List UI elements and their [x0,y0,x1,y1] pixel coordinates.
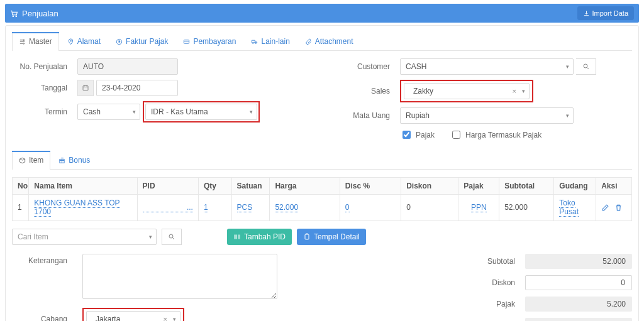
termin-select[interactable]: Cash ▾ [77,104,140,120]
title-bar: Penjualan Import Data [5,4,639,23]
tab-attachment[interactable]: Attachment [298,32,360,50]
chevron-down-icon: ▾ [250,109,253,115]
tab-faktur-pajak-label: Faktur Pajak [126,37,168,46]
table-row: 1 KHONG GUAN ASS TOP 1700 ... 1 PCS 52.0… [13,195,632,221]
paperclip-icon [305,38,312,45]
customer-search-button[interactable] [576,58,596,75]
tab-item-label: Item [29,156,43,165]
total-value: 57.200 [525,318,632,321]
tab-master-label: Master [29,37,52,46]
tab-lain-lain[interactable]: Lain-lain [244,32,296,50]
item-qty-link[interactable]: 1 [204,203,208,212]
keterangan-textarea[interactable] [82,254,277,299]
item-harga-link[interactable]: 52.000 [275,203,298,212]
barcode-icon [233,233,241,241]
pajak-checkbox[interactable]: Pajak [400,129,435,141]
tab-alamat-label: Alamat [77,37,101,46]
kas-select[interactable]: IDR - Kas Utama ▾ [145,104,257,120]
money-icon [116,38,123,45]
cabang-select[interactable]: Jakarta × ▾ [86,311,180,321]
import-data-button[interactable]: Import Data [577,6,634,20]
page-title: Penjualan [22,9,58,18]
pin-icon [67,38,74,45]
truck-icon [251,38,258,45]
download-icon [583,10,590,17]
tanggal-field[interactable]: 23-04-2020 [96,80,178,96]
clear-sales-button[interactable]: × [513,87,516,95]
chevron-down-icon: ▾ [133,109,136,115]
item-pid-link[interactable]: ... [143,203,193,212]
label-keterangan: Keterangan [12,254,75,299]
items-table: No Nama Item PID Qty Satuan Harga Disc %… [12,177,632,221]
delete-row-button[interactable] [614,204,623,212]
svg-point-3 [23,43,25,44]
item-disc-link[interactable]: 0 [345,203,350,212]
chevron-down-icon: ▾ [149,234,152,240]
tab-lain-lain-label: Lain-lain [261,37,289,46]
svg-point-10 [584,64,587,68]
customer-select[interactable]: CASH ▾ [400,58,574,75]
item-pajak-link[interactable]: PPN [471,203,487,212]
chevron-down-icon: ▾ [522,88,525,94]
label-subtotal: Subtotal [469,257,525,266]
calendar-button[interactable] [77,80,94,96]
gift-icon [58,157,65,164]
label-sales: Sales [322,87,397,95]
tab-pembayaran-label: Pembayaran [193,37,236,46]
subtotal-value: 52.000 [525,254,632,269]
label-mata-uang: Mata Uang [322,111,397,120]
tab-item[interactable]: Item [12,151,50,169]
sales-select[interactable]: Zakky × ▾ [404,83,530,99]
cart-icon [10,9,18,18]
tab-faktur-pajak[interactable]: Faktur Pajak [109,32,175,50]
edit-row-button[interactable] [601,204,609,212]
svg-point-12 [169,234,173,238]
label-tanggal: Tanggal [12,84,75,92]
item-tabstrip: Item Bonus [12,151,632,170]
svg-rect-6 [184,40,189,43]
tab-pembayaran[interactable]: Pembayaran [176,32,243,50]
no-penjualan-field: AUTO [77,58,178,75]
label-customer: Customer [322,62,397,71]
label-diskon-total: Diskon [469,278,525,287]
tempel-detail-button[interactable]: Tempel Detail [297,229,366,245]
tab-bonus-label: Bonus [69,156,90,165]
import-data-label: Import Data [592,9,628,17]
box-icon [19,157,26,164]
clear-cabang-button[interactable]: × [164,315,167,321]
item-satuan-link[interactable]: PCS [237,203,253,212]
tab-master[interactable]: Master [12,32,59,50]
table-header: No Nama Item PID Qty Satuan Harga Disc %… [13,178,632,195]
svg-point-2 [23,39,25,40]
svg-rect-9 [83,86,88,91]
svg-rect-13 [305,234,309,239]
chevron-down-icon: ▾ [173,316,176,321]
cari-item-select[interactable]: Cari Item ▾ [12,229,157,245]
label-pajak-total: Pajak [469,300,525,308]
svg-point-8 [256,43,257,43]
item-gudang-link[interactable]: Toko Pusat [559,199,579,217]
item-name-link[interactable]: KHONG GUAN ASS TOP 1700 [34,199,119,217]
label-cabang: Cabang [12,315,75,321]
svg-point-1 [16,16,17,17]
tab-alamat[interactable]: Alamat [60,32,108,50]
label-no-penjualan: No. Penjualan [12,62,75,71]
svg-point-7 [253,43,253,43]
svg-point-4 [70,40,71,41]
tab-attachment-label: Attachment [315,37,353,46]
label-termin: Termin [12,107,75,116]
chevron-down-icon: ▾ [566,63,569,70]
tab-bonus[interactable]: Bonus [52,151,97,169]
paste-icon [303,233,311,241]
card-icon [183,38,190,45]
cari-item-search-button[interactable] [162,229,182,245]
main-tabstrip: Master Alamat Faktur Pajak Pembayaran La… [12,32,632,51]
pajak-value: 5.200 [525,297,632,312]
svg-point-0 [13,16,14,17]
mata-uang-select[interactable]: Rupiah ▾ [400,107,574,124]
chevron-down-icon: ▾ [566,112,569,119]
sliders-icon [19,38,26,45]
tambah-pid-button[interactable]: Tambah PID [227,229,292,245]
harga-termasuk-pajak-checkbox[interactable]: Harga Termasuk Pajak [450,129,541,141]
diskon-input[interactable]: 0 [525,275,632,290]
